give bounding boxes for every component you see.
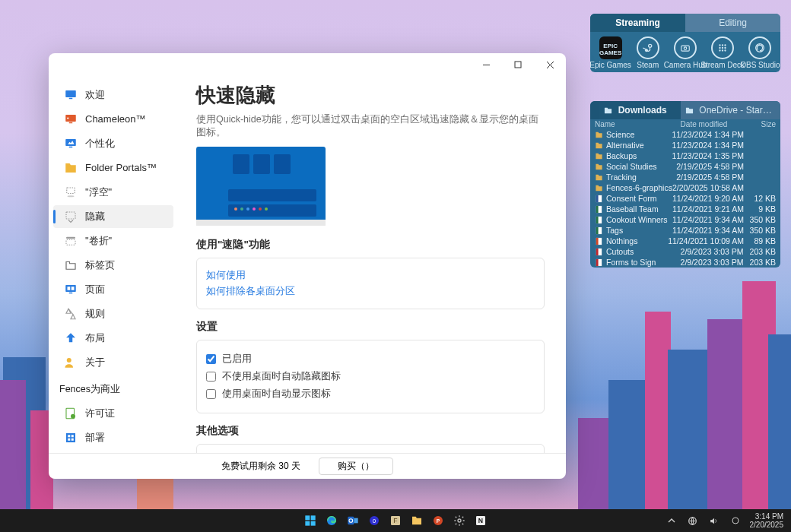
titlebar bbox=[49, 53, 566, 76]
svg-text:N: N bbox=[478, 517, 483, 524]
checkbox-enabled[interactable] bbox=[206, 354, 216, 364]
sidebar-item-folderportals[interactable]: Folder Portals™ bbox=[53, 157, 173, 179]
col-name[interactable]: Name bbox=[595, 120, 681, 128]
close-button[interactable] bbox=[534, 53, 566, 76]
fence-tab-editing[interactable]: Editing bbox=[685, 14, 780, 32]
checkbox-auto-hide[interactable] bbox=[206, 372, 216, 382]
checkbox-auto-show[interactable] bbox=[206, 389, 216, 399]
taskbar-clock[interactable]: 3:14 PM 2/20/2025 bbox=[750, 512, 784, 529]
opt-enabled[interactable]: 已启用 bbox=[206, 353, 535, 366]
sidebar-item-label: 欢迎 bbox=[85, 88, 105, 102]
sidebar-item-label: 部署 bbox=[85, 431, 105, 445]
window-footer: 免费试用剩余 30 天 购买（） bbox=[49, 453, 566, 479]
files-tab-downloads[interactable]: Downloads bbox=[590, 101, 681, 119]
taskbar-edge-icon[interactable] bbox=[325, 514, 338, 527]
start-button[interactable] bbox=[303, 514, 317, 527]
sidebar-item-roll[interactable]: "卷折" bbox=[53, 230, 173, 252]
sidebar-item-personalize[interactable]: 个性化 bbox=[53, 132, 173, 155]
tray-volume-icon[interactable] bbox=[707, 514, 721, 527]
svg-rect-31 bbox=[311, 515, 316, 520]
sidebar-item-welcome[interactable]: 欢迎 bbox=[53, 84, 173, 106]
taskbar[interactable]: 0 F P N 3:14 PM 2/20/2025 bbox=[0, 509, 791, 532]
rules-icon bbox=[64, 307, 78, 321]
svg-rect-37 bbox=[354, 518, 357, 524]
taskbar-settings-icon[interactable] bbox=[453, 514, 466, 527]
personalize-icon bbox=[64, 137, 78, 150]
file-row[interactable]: Alternative 11/23/2024 1:34 PM bbox=[590, 140, 780, 150]
svg-point-9 bbox=[722, 47, 723, 49]
sidebar-item-about[interactable]: 关于 bbox=[53, 351, 173, 374]
sidebar-item-label: 页面 bbox=[85, 283, 105, 296]
opt-auto-hide[interactable]: 不使用桌面时自动隐藏图标 bbox=[206, 370, 535, 383]
col-size[interactable]: Size bbox=[744, 120, 776, 128]
sidebar-item-chameleon[interactable]: Chameleon™ bbox=[53, 108, 173, 131]
file-row[interactable]: Backups 11/23/2024 1:35 PM bbox=[590, 150, 780, 161]
layout-icon bbox=[64, 331, 78, 345]
svg-point-6 bbox=[722, 44, 723, 46]
app-grid[interactable]: Stream Deck bbox=[704, 36, 741, 69]
link-how-use[interactable]: 如何使用 bbox=[206, 269, 535, 282]
file-row[interactable]: Fences-6-graphics 2/20/2025 10:58 AM bbox=[590, 182, 780, 193]
svg-point-13 bbox=[724, 49, 726, 51]
svg-point-4 bbox=[684, 47, 687, 50]
sidebar-item-license[interactable]: 许可证 bbox=[53, 402, 173, 425]
taskbar-app-icon[interactable]: 0 bbox=[367, 514, 381, 527]
app-camera[interactable]: Camera Hub bbox=[667, 36, 704, 69]
opt-auto-show[interactable]: 使用桌面时自动显示图标 bbox=[206, 388, 535, 401]
section-settings-title: 设置 bbox=[196, 320, 545, 334]
file-row[interactable]: Tags 11/24/2021 9:34 AM 350 KB bbox=[590, 225, 780, 236]
fences-settings-window: 欢迎 Chameleon™ 个性化 Folder Portals™ "浮空" 隐… bbox=[49, 53, 566, 479]
tray-network-icon[interactable] bbox=[686, 514, 700, 527]
sidebar-item-floating[interactable]: "浮空" bbox=[53, 181, 173, 204]
svg-rect-22 bbox=[596, 226, 599, 233]
file-row[interactable]: Science 11/23/2024 1:34 PM bbox=[590, 129, 780, 140]
file-row[interactable]: Tracking 2/19/2025 4:58 PM bbox=[590, 172, 780, 182]
sidebar-item-label: "浮空" bbox=[85, 185, 112, 199]
sidebar-item-deploy[interactable]: 部署 bbox=[53, 426, 173, 449]
svg-rect-24 bbox=[596, 237, 599, 244]
sidebar-item-hide[interactable]: 隐藏 bbox=[53, 205, 173, 228]
file-row[interactable]: Cookout Winners 11/24/2021 9:34 AM 350 K… bbox=[590, 214, 780, 225]
tray-chevron-icon[interactable] bbox=[665, 514, 678, 527]
sidebar-item-label: Folder Portals™ bbox=[85, 161, 157, 175]
hide-icon bbox=[64, 210, 78, 223]
buy-button[interactable]: 购买（） bbox=[319, 458, 393, 475]
taskbar-explorer-icon[interactable] bbox=[410, 514, 424, 527]
sidebar-item-rules[interactable]: 规则 bbox=[53, 302, 173, 325]
svg-rect-26 bbox=[596, 248, 599, 255]
col-date[interactable]: Date modified bbox=[681, 120, 744, 128]
svg-point-12 bbox=[722, 49, 723, 51]
taskbar-outlook-icon[interactable] bbox=[346, 514, 360, 527]
sidebar-item-label: Chameleon™ bbox=[85, 112, 146, 126]
file-row[interactable]: Baseball Team 11/24/2021 9:21 AM 9 KB bbox=[590, 204, 780, 214]
fence-tab-streaming[interactable]: Streaming bbox=[590, 14, 685, 32]
app-steam[interactable]: Steam bbox=[630, 36, 666, 69]
taskbar-notion-icon[interactable]: N bbox=[474, 514, 488, 527]
maximize-button[interactable] bbox=[502, 53, 534, 76]
sidebar-item-label: 标签页 bbox=[85, 258, 115, 272]
taskbar-fences-icon[interactable]: F bbox=[389, 514, 402, 527]
sidebar-item-layout[interactable]: 布局 bbox=[53, 327, 173, 350]
link-how-exclude[interactable]: 如何排除各桌面分区 bbox=[206, 285, 535, 298]
taskbar-powerpoint-icon[interactable]: P bbox=[431, 514, 445, 527]
svg-text:0: 0 bbox=[373, 518, 376, 524]
page-subtitle: 使用Quick-hide功能，您可以通过双击桌面的空白区域迅速隐藏＆显示您的桌面… bbox=[196, 113, 545, 139]
minimize-button[interactable] bbox=[470, 53, 502, 76]
file-row[interactable]: Social Studies 2/19/2025 4:58 PM bbox=[590, 161, 780, 172]
sidebar-item-tabs[interactable]: 标签页 bbox=[53, 254, 173, 277]
app-epic[interactable]: EPICGAMESEpic Games bbox=[592, 36, 629, 69]
tray-extra-icon[interactable] bbox=[729, 514, 742, 527]
sidebar-item-label: 个性化 bbox=[85, 137, 115, 150]
svg-rect-18 bbox=[596, 205, 599, 212]
file-row[interactable]: Cutouts 2/9/2023 3:03 PM 203 KB bbox=[590, 246, 780, 257]
files-tab-onedrive[interactable]: OneDrive - Stardock... bbox=[681, 101, 780, 119]
fence-downloads[interactable]: Downloads OneDrive - Stardock... Name Da… bbox=[590, 101, 780, 268]
content-panel: 快速隐藏 使用Quick-hide功能，您可以通过双击桌面的空白区域迅速隐藏＆显… bbox=[178, 76, 566, 453]
deploy-icon bbox=[64, 431, 78, 445]
file-row[interactable]: Nothings 11/24/2021 10:09 AM 89 KB bbox=[590, 236, 780, 246]
sidebar-item-pages[interactable]: 页面 bbox=[53, 278, 173, 301]
file-row[interactable]: Forms to Sign 2/9/2023 3:03 PM 203 KB bbox=[590, 257, 780, 268]
fence-streaming[interactable]: Streaming Editing EPICGAMESEpic GamesSte… bbox=[590, 14, 780, 72]
app-obs[interactable]: OBS Studio bbox=[742, 36, 778, 69]
file-row[interactable]: Consent Form 11/24/2021 9:20 AM 12 KB bbox=[590, 193, 780, 204]
